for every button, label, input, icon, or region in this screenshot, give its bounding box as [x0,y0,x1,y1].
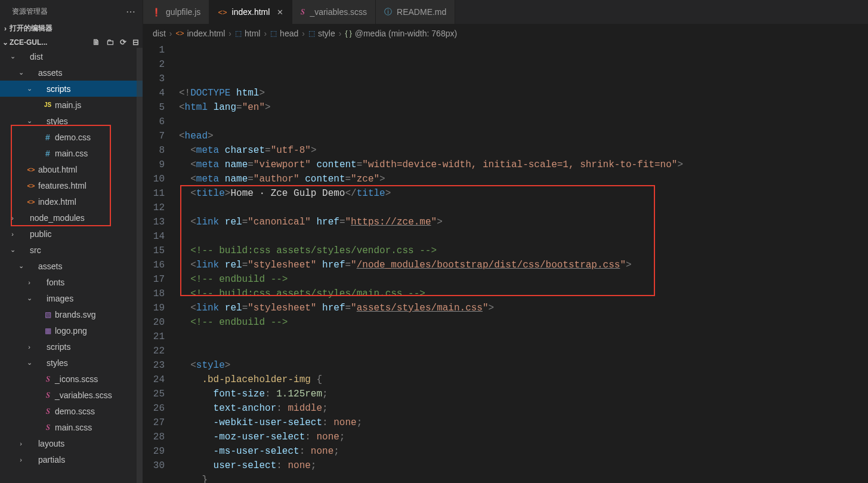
tree-item-label: layouts [38,439,64,448]
tree-folder[interactable]: ⌄images [0,290,143,306]
tree-item-label: node_modules [30,213,85,223]
tree-folder[interactable]: ⌄src [0,242,143,258]
tree-file[interactable]: 𝑺demo.scss [0,403,143,419]
line-number: 20 [143,315,165,330]
code-line[interactable]: -ms-user-select: none; [179,444,868,459]
code-line[interactable] [179,115,868,129]
tree-folder[interactable]: ›layouts [0,435,143,451]
code-line[interactable]: <meta name="author" content="zce"> [179,172,868,186]
code-content[interactable]: <!DOCTYPE html><html lang="en"><head> <m… [175,43,868,483]
code-line[interactable]: <!-- endbuild --> [179,315,868,330]
open-editors-section[interactable]: › 打开的编辑器 [0,21,143,36]
tree-folder[interactable]: ⌄styles [0,113,143,129]
code-line[interactable] [179,229,868,244]
code-line[interactable]: <link rel="stylesheet" href="/node_modul… [179,258,868,272]
code-line[interactable]: <style> [179,358,868,373]
line-number: 17 [143,272,165,287]
editor-tab[interactable]: 𝑺_variables.scss [292,0,376,24]
breadcrumb-item[interactable]: <> index.html [175,29,225,38]
tree-folder[interactable]: ›partials [0,451,143,467]
tree-file[interactable]: 𝑺main.scss [0,419,143,435]
breadcrumb-item[interactable]: dist [153,29,166,38]
editor-tab[interactable]: ⓘREADME.md [376,0,455,24]
breadcrumb-item[interactable]: ⬚ style [308,29,335,38]
breadcrumb-item[interactable]: { } @media (min-width: 768px) [345,29,457,38]
tree-folder[interactable]: ⌄assets [0,258,143,274]
code-line[interactable]: } [179,473,868,483]
chevron-icon: ⌄ [25,359,33,367]
tree-file[interactable]: <>index.html [0,193,143,210]
code-editor[interactable]: 1234567891011121314151617181920212223242… [143,43,868,483]
breadcrumb-item[interactable]: ⬚ head [270,29,298,38]
code-line[interactable]: <head> [179,129,868,143]
breadcrumb-item[interactable]: ⬚ html [235,29,260,38]
code-line[interactable]: <link rel="stylesheet" href="assets/styl… [179,301,868,315]
tree-folder[interactable]: ⌄scripts [0,81,143,97]
tree-file[interactable]: 𝑺_icons.scss [0,371,143,387]
file-tree[interactable]: ⌄dist⌄assets⌄scriptsJSmain.js⌄styles#dem… [0,48,143,483]
code-line[interactable]: <!-- endbuild --> [179,272,868,287]
tree-file[interactable]: JSmain.js [0,97,143,113]
tree-file[interactable]: #demo.css [0,129,143,145]
chevron-icon: › [8,214,17,221]
html-icon: <> [218,8,227,17]
tag-icon: ⬚ [308,29,315,38]
tree-file[interactable]: <>about.html [0,161,143,177]
tree-folder[interactable]: ⌄dist [0,48,143,64]
code-line[interactable]: -webkit-user-select: none; [179,416,868,430]
tree-item-label: dist [30,52,43,61]
new-folder-icon[interactable]: 🗀 [106,38,114,47]
collapse-icon[interactable]: ⊟ [132,38,139,47]
line-number: 13 [143,215,165,229]
line-number: 23 [143,358,165,373]
code-line[interactable]: <!-- build:css assets/styles/vendor.css … [179,244,868,258]
code-line[interactable]: <link rel="canonical" href="https://zce.… [179,215,868,229]
code-line[interactable]: -moz-user-select: none; [179,430,868,444]
code-line[interactable]: <meta name="viewport" content="width=dev… [179,158,868,172]
tree-item-label: src [30,245,41,255]
tree-folder[interactable]: ⌄assets [0,64,143,81]
tree-folder[interactable]: ›node_modules [0,210,143,226]
code-line[interactable]: <title>Home · Zce Gulp Demo</title> [179,186,868,201]
breadcrumbs[interactable]: dist›<> index.html›⬚ html›⬚ head›⬚ style… [143,24,868,43]
code-line[interactable]: user-select: none; [179,459,868,473]
tree-folder[interactable]: ⌄styles [0,355,143,371]
code-line[interactable] [179,201,868,215]
code-line[interactable]: font-size: 1.125rem; [179,387,868,401]
chevron-icon: ⌄ [8,53,17,60]
refresh-icon[interactable]: ⟳ [120,38,126,47]
tree-file[interactable]: <>features.html [0,177,143,193]
code-line[interactable]: text-anchor: middle; [179,401,868,416]
brace-icon: { } [345,29,351,38]
tree-file[interactable]: ▦logo.png [0,322,143,339]
code-line[interactable]: <meta charset="utf-8"> [179,143,868,158]
tree-file[interactable]: #main.css [0,145,143,161]
tree-folder[interactable]: ›fonts [0,274,143,290]
chevron-icon: ⌄ [8,246,17,254]
explorer-header: 资源管理器 ⋯ [0,0,143,21]
sidebar-scrollbar[interactable] [137,48,143,483]
tree-folder[interactable]: ›scripts [0,339,143,355]
close-icon[interactable]: ✕ [277,8,283,17]
folder-header[interactable]: ⌄ ZCE-GUL... 🗎 🗀 ⟳ ⊟ [0,36,143,48]
code-line[interactable]: <!DOCTYPE html> [179,86,868,100]
editor-tabs: ❗gulpfile.js<>index.html✕𝑺_variables.scs… [143,0,868,24]
code-line[interactable] [179,330,868,344]
tree-file[interactable]: ▧brands.svg [0,306,143,322]
code-line[interactable] [179,344,868,358]
more-icon[interactable]: ⋯ [126,6,137,17]
chevron-right-icon: › [169,29,172,38]
tree-folder[interactable]: ›public [0,226,143,242]
code-line[interactable]: .bd-placeholder-img { [179,373,868,387]
line-number: 27 [143,416,165,430]
tree-item-label: about.html [38,165,77,174]
code-line[interactable]: <!-- build:css assets/styles/main.css --… [179,287,868,301]
tree-file[interactable]: 𝑺_variables.scss [0,387,143,403]
editor-tab[interactable]: <>index.html✕ [209,0,292,24]
new-file-icon[interactable]: 🗎 [92,38,100,47]
line-number: 7 [143,129,165,143]
editor-tab[interactable]: ❗gulpfile.js [143,0,209,24]
line-number: 30 [143,459,165,473]
code-line[interactable]: <html lang="en"> [179,100,868,115]
chevron-right-icon: › [339,29,342,38]
